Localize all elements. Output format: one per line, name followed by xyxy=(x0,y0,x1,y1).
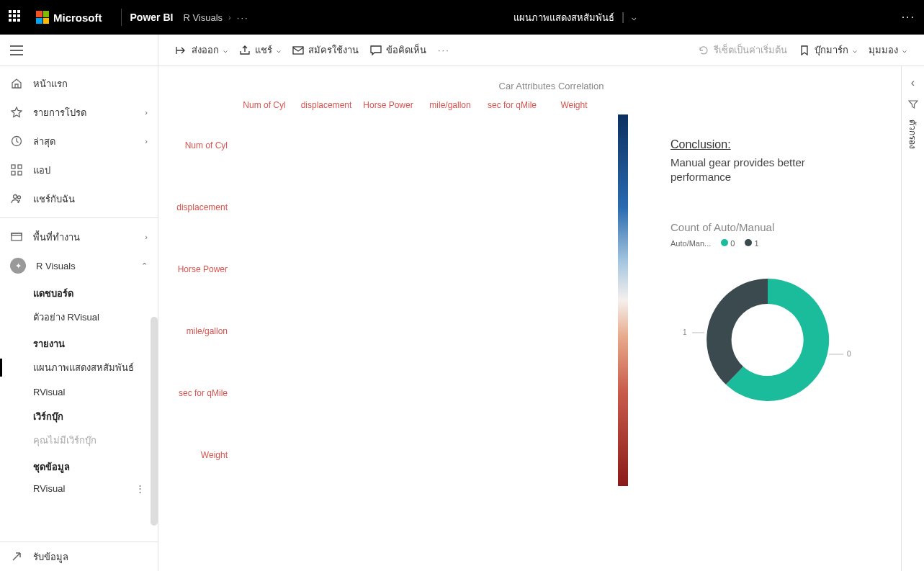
col-header: Weight xyxy=(543,100,605,113)
chevron-right-icon: › xyxy=(145,233,148,241)
share-button[interactable]: แชร์ ⌵ xyxy=(233,40,287,60)
swatch-icon xyxy=(721,239,728,246)
svg-point-5 xyxy=(14,195,17,199)
nav-home[interactable]: หน้าแรก xyxy=(0,69,158,98)
page-title: แผนภาพแสดงสหสัมพันธ์ xyxy=(513,10,614,25)
chevron-right-icon: › xyxy=(145,137,148,145)
bookmark-icon xyxy=(799,45,810,56)
donut-title: Count of Auto/Manual xyxy=(670,221,865,233)
more-options-icon[interactable]: ··· xyxy=(902,11,915,24)
svg-point-6 xyxy=(18,196,21,199)
nav-list: หน้าแรก รายการโปรด › ล่าสุด › แอป แชร์กั… xyxy=(0,66,158,541)
nav-workspaces[interactable]: พื้นที่ทำงาน › xyxy=(0,222,158,251)
nav-current-workspace[interactable]: ✦ R Visuals ⌃ xyxy=(0,251,158,280)
button-label: มุมมอง xyxy=(869,42,898,58)
nav-dashboard-item[interactable]: ตัวอย่าง RVisual xyxy=(0,304,158,331)
reset-icon xyxy=(698,45,709,56)
nav-dataset-item[interactable]: RVisual ⋮ xyxy=(0,477,158,500)
nav-label: แชร์กับฉัน xyxy=(33,192,75,207)
col-header: Horse Power xyxy=(357,100,419,113)
toolbar-more-icon[interactable]: ··· xyxy=(432,42,456,58)
star-icon xyxy=(10,106,23,119)
people-icon xyxy=(10,192,23,205)
colorbar xyxy=(618,114,628,486)
legend-item[interactable]: 1 xyxy=(745,239,758,248)
row-label: Horse Power xyxy=(173,238,233,300)
donut-legend: Auto/Man... 0 1 xyxy=(670,239,865,248)
apps-icon xyxy=(10,163,23,176)
workspace-icon xyxy=(10,230,23,243)
microsoft-logo[interactable]: Microsoft xyxy=(36,11,102,24)
workspace-avatar-icon: ✦ xyxy=(10,258,26,274)
button-label: บุ๊กมาร์ก xyxy=(815,42,848,58)
nav-label: พื้นที่ทำงาน xyxy=(33,230,80,245)
col-header: mile/gallon xyxy=(419,100,481,113)
nav-getdata[interactable]: รับข้อมูล xyxy=(0,542,158,571)
col-header: displacement xyxy=(295,100,357,113)
chevron-down-icon[interactable]: ⌵ xyxy=(632,13,637,22)
view-button[interactable]: มุมมอง ⌵ xyxy=(863,40,912,60)
nav-recent[interactable]: ล่าสุด › xyxy=(0,127,158,156)
nav-label: หน้าแรก xyxy=(33,76,68,91)
chevron-down-icon: ⌵ xyxy=(277,46,281,54)
right-rail: ‹ ตัวกรอง xyxy=(901,66,924,571)
nav-label: R Visuals xyxy=(36,261,76,271)
legend-field: Auto/Man... xyxy=(670,239,711,248)
more-icon[interactable]: ⋮ xyxy=(135,483,145,494)
svg-rect-4 xyxy=(18,171,22,175)
row-label: Num of Cyl xyxy=(173,114,233,176)
chevron-down-icon: ⌵ xyxy=(223,46,228,54)
button-label: รีเซ็ตเป็นค่าเริ่มต้น xyxy=(714,42,787,58)
row-label: mile/gallon xyxy=(173,300,233,362)
section-datasets: ชุดข้อมูล xyxy=(0,454,158,477)
nav-favorites[interactable]: รายการโปรด › xyxy=(0,98,158,127)
svg-rect-2 xyxy=(18,165,22,168)
app-launcher-icon[interactable] xyxy=(9,10,23,24)
export-icon xyxy=(176,45,187,56)
nav-label: แอป xyxy=(33,163,50,178)
nav-apps[interactable]: แอป xyxy=(0,156,158,184)
microsoft-logo-icon xyxy=(36,11,49,24)
breadcrumb-workspace[interactable]: R Visuals xyxy=(183,12,223,23)
getdata-icon xyxy=(10,550,23,563)
filters-label[interactable]: ตัวกรอง xyxy=(906,120,920,149)
correlation-matrix xyxy=(233,113,605,485)
donut-slice-1[interactable] xyxy=(707,279,768,385)
share-icon xyxy=(239,45,251,56)
nav-label: RVisual xyxy=(33,483,65,494)
reset-button[interactable]: รีเซ็ตเป็นค่าเริ่มต้น xyxy=(692,40,793,60)
nav-workbook-empty: คุณไม่มีเวิร์กบุ๊ก xyxy=(0,427,158,454)
divider xyxy=(121,9,122,26)
hamburger-icon[interactable] xyxy=(10,45,23,55)
nav-label: ล่าสุด xyxy=(33,134,55,149)
report-canvas[interactable]: Car Attributes Correlation Num of Cyldis… xyxy=(158,66,901,571)
breadcrumb-more-icon[interactable]: ··· xyxy=(237,12,249,23)
filter-icon[interactable] xyxy=(908,99,918,109)
nav-shared[interactable]: แชร์กับฉัน xyxy=(0,184,158,213)
button-label: ข้อคิดเห็น xyxy=(386,42,426,58)
nav-label: รับข้อมูล xyxy=(33,549,68,565)
collapse-icon[interactable]: ‹ xyxy=(911,76,915,89)
bookmark-button[interactable]: บุ๊กมาร์ก ⌵ xyxy=(793,40,863,60)
chevron-right-icon: › xyxy=(228,13,231,22)
donut-chart[interactable]: 0 1 xyxy=(670,261,865,426)
nav-report-item[interactable]: RVisual xyxy=(0,381,158,403)
export-button[interactable]: ส่งออก ⌵ xyxy=(170,40,233,60)
donut-label-1: 1 xyxy=(683,328,687,336)
chevron-down-icon: ⌵ xyxy=(853,46,857,54)
col-headers: Num of CyldisplacementHorse Powermile/ga… xyxy=(233,100,605,113)
divider: | xyxy=(622,11,624,24)
comments-button[interactable]: ข้อคิดเห็น xyxy=(364,40,432,60)
row-label: displacement xyxy=(173,176,233,238)
divider xyxy=(0,217,158,218)
clock-icon xyxy=(10,135,23,148)
svg-rect-8 xyxy=(12,233,22,235)
svg-rect-7 xyxy=(12,233,22,240)
product-name[interactable]: Power BI xyxy=(130,12,174,23)
nav-report-item-active[interactable]: แผนภาพแสดงสหสัมพันธ์ xyxy=(0,354,158,381)
scrollbar[interactable] xyxy=(151,317,158,526)
conclusion-panel: Conclusion: Manual gear provides better … xyxy=(670,138,865,426)
subscribe-button[interactable]: สมัครใช้งาน xyxy=(287,40,364,60)
row-label: sec for qMile xyxy=(173,362,233,424)
legend-item[interactable]: 0 xyxy=(721,239,735,248)
